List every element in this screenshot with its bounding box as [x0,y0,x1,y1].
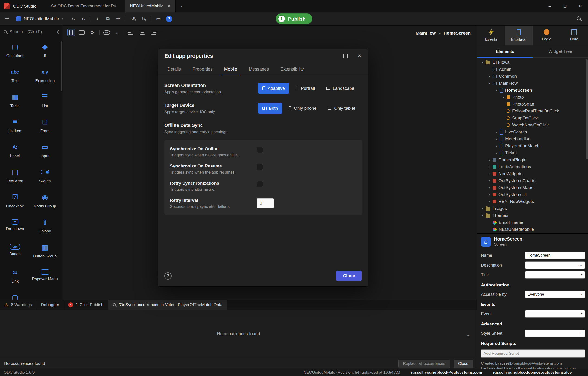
name-input[interactable] [525,252,585,259]
tree-expand-icon[interactable]: ▾ [493,89,500,92]
description-input[interactable]: … [525,261,585,269]
toolbox-item[interactable]: Switch [30,166,60,191]
toolbox-search-input[interactable] [10,30,53,34]
tree-item[interactable]: ▸ LiveScores [477,128,588,136]
window-tab[interactable]: SA ODC Demo Environment for Russell [46,0,125,12]
tree-expand-icon[interactable]: ▾ [480,214,486,217]
tree-expand-icon[interactable]: ▾ [480,61,486,64]
accessible-by-dropdown[interactable]: Everyone▾ [525,291,585,298]
toolbox-item[interactable]: ⇧ Upload [30,216,60,241]
panel-tab[interactable]: Events [477,26,505,45]
toolbox-item[interactable]: ∞ Link [0,266,30,291]
toolbox-item[interactable]: OK Button [0,241,30,266]
ellipsis-icon[interactable]: … [578,262,582,267]
toolbar-search-button[interactable] [577,16,581,21]
toolbox-item[interactable]: ☰ List [30,91,60,116]
phone-preview-icon[interactable] [67,29,75,36]
window-tab[interactable]: NEOUnitedMobile ✕ [125,0,175,12]
tab-close-icon[interactable]: ✕ [167,4,170,8]
tree-expand-icon[interactable]: ▾ [487,82,492,85]
tree-item[interactable]: ▸ CameraPlugin [477,156,588,163]
help-icon[interactable]: ? [166,16,172,22]
orientation-adaptive-button[interactable]: Adaptive [258,83,289,94]
dialog-close-icon[interactable]: ✕ [357,53,362,59]
target-only-phone-button[interactable]: Only phone [285,103,321,114]
tree-expand-icon[interactable]: ▸ [487,165,492,168]
tree-item[interactable]: ▾ HomeScreen [477,87,588,94]
tree-expand-icon[interactable]: ▸ [501,95,506,99]
subtab-widget-tree[interactable]: Widget Tree [533,45,588,57]
pin-icon[interactable]: ⌖ [95,16,100,21]
window-maximize-button[interactable]: □ [557,0,573,12]
tree-expand-icon[interactable]: ▸ [487,200,492,203]
tree-expand-icon[interactable]: ▸ [493,144,500,147]
bottom-panel-tab[interactable]: ⚠ 8 Warnings [0,300,36,310]
undo-group[interactable]: ↺ ▾ [130,16,136,21]
bottom-panel-tab[interactable]: ✕ 1-Click Publish [64,300,108,310]
tree-item[interactable]: EmailTheme [477,219,588,226]
tree-expand-icon[interactable]: ▸ [493,151,500,155]
tree-item[interactable]: ▸ OutSystemsCharts [477,177,588,184]
tree-expand-icon[interactable]: ▸ [487,172,492,175]
orientation-landscape-button[interactable]: Landscape [322,83,359,94]
tree-item[interactable]: PhotoSnap [477,101,588,108]
event-dropdown[interactable]: ▾ [525,310,585,318]
toolbox-item[interactable]: ▢ Container [0,41,30,66]
toolbox-item[interactable]: ☑ Checkbox [0,191,30,216]
retry-sync-checkbox[interactable] [257,181,263,187]
toolbox-item[interactable]: ▥ Button Group [30,241,60,266]
tree-item[interactable]: ▸ PlayeroftheMatch [477,142,588,149]
panel-tab[interactable]: Data [560,26,588,45]
tree-expand-icon[interactable]: ▸ [493,137,500,141]
rotate-device-icon[interactable]: ⟳ [89,29,96,36]
styles-icon[interactable]: ⋯ [103,29,110,36]
add-required-script-input[interactable]: Add Required Script [481,349,585,358]
toolbox-item[interactable]: abc Text [0,66,30,91]
panel-tab[interactable]: Interface [505,26,533,45]
toolbox-item[interactable]: ⊞ Form [30,116,60,141]
tree-item[interactable]: ▸ LottieAnimations [477,163,588,170]
dialog-tab[interactable]: Properties [187,63,218,75]
tree-expand-icon[interactable]: ▸ [487,158,492,161]
dialog-close-button[interactable]: Close [336,271,362,281]
toolbox-item[interactable]: ▾ Dropdown [0,216,30,241]
dialog-help-icon[interactable]: ? [164,272,171,280]
tree-item[interactable]: SnapOnClick [477,115,588,122]
tree-item[interactable]: ▸ Ticket [477,149,588,156]
toolbox-item[interactable]: ◉ Radio Group [30,191,60,216]
tree-item[interactable]: ▸ OutSystemsMaps [477,184,588,191]
environment-url[interactable]: russellyoungblooddemos.outsystems.dev [493,370,572,375]
tree-item[interactable]: ▸ Photo [477,94,588,101]
tree-item[interactable]: ▸ NeoWidgets [477,170,588,177]
dotted-circle-icon[interactable]: ◌ [114,29,121,36]
tree-expand-icon[interactable]: ▸ [493,130,500,134]
dialog-maximize-icon[interactable] [343,54,348,58]
subtab-elements[interactable]: Elements [477,45,533,57]
breadcrumb-flow[interactable]: MainFlow [416,31,436,36]
tree-item[interactable]: ▾ Themes [477,212,588,219]
dialog-tab[interactable]: Extensibility [275,63,310,75]
layers-icon[interactable]: ⧉ [105,16,111,21]
retry-interval-input[interactable] [257,198,274,208]
navigate-back[interactable]: ‹ ▾ [70,16,75,21]
ellipsis-icon[interactable]: … [578,331,582,335]
window-close-button[interactable]: ✕ [573,0,588,12]
tree-item[interactable]: ▸ RBY_NeoWidgets [477,198,588,205]
menu-icon[interactable]: ☰ [4,16,10,21]
sync-on-online-checkbox[interactable] [257,147,263,153]
toolbox-scrollbar[interactable] [61,41,63,91]
tree-expand-icon[interactable]: ▸ [487,179,492,182]
toolbox-search[interactable]: ❮ [0,26,63,38]
align-left-icon[interactable] [128,29,135,36]
tree-expand-icon[interactable]: ▸ [480,207,486,210]
tree-item[interactable]: ▸ OutSystemsUI [477,191,588,198]
tree-item[interactable]: ▾ MainFlow [477,80,588,87]
collapse-panel-icon[interactable]: ⌄ [466,300,470,369]
toolbox-item[interactable]: ≣ List Item [0,116,30,141]
tree-item[interactable]: ▸ Common [477,73,588,80]
toolbox-item[interactable]: ▤ Text Area [0,166,30,191]
window-minimize-button[interactable]: – [542,0,557,12]
tree-expand-icon[interactable]: ▸ [487,193,492,196]
tablet-preview-icon[interactable] [78,29,86,36]
toolbox-item[interactable]: ◆ If [30,41,60,66]
